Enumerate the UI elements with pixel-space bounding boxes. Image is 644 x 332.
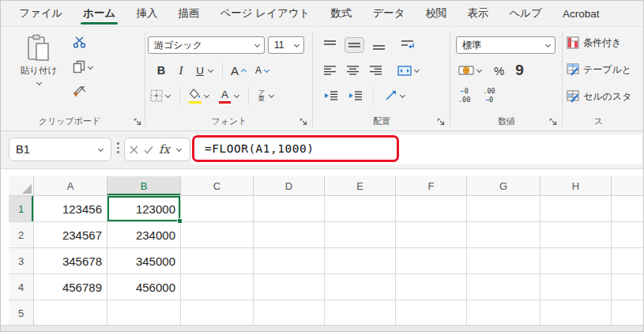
formula-input[interactable]: =FLOOR(A1,1000) [191,134,642,164]
row-header-2[interactable]: 2 [9,222,34,248]
fx-dropdown-icon[interactable] [175,146,183,153]
percent-style-button[interactable]: % [491,62,507,79]
font-color-button[interactable]: A [216,87,243,104]
fill-color-dropdown-icon[interactable] [203,92,210,100]
orientation-dropdown-icon[interactable] [399,92,406,100]
ribbon-tab-4[interactable]: ページ レイアウト [209,1,320,26]
ribbon-tab-9[interactable]: ヘルプ [499,1,552,26]
cell-B4[interactable]: 456000 [107,274,181,300]
cell-D4[interactable] [254,274,325,300]
merge-dropdown-icon[interactable] [413,67,420,74]
chevron-down-icon[interactable] [544,42,552,49]
name-box[interactable]: B1 [9,138,111,161]
cell-H4[interactable] [540,274,612,300]
insert-function-button[interactable]: fx [159,142,170,157]
cancel-icon[interactable] [130,145,138,154]
cell-D5[interactable] [254,300,325,326]
column-header-E[interactable]: E [325,176,396,196]
cell-C3[interactable] [181,248,254,274]
cell-A2[interactable]: 234567 [34,222,107,248]
phonetic-dropdown-icon[interactable] [268,92,275,100]
alignment-dialog-launcher-icon[interactable] [437,118,446,126]
cell-H3[interactable] [540,248,612,274]
phonetic-guide-button[interactable]: ア 亜 [254,89,277,103]
cell-C5[interactable] [181,300,254,326]
cell-D1[interactable] [254,196,325,222]
cell-I3[interactable] [612,248,644,274]
cell-E5[interactable] [325,300,396,326]
ribbon-tab-0[interactable]: ファイル [9,1,73,26]
conditional-formatting-button[interactable]: 条件付き [567,33,621,52]
cell-G2[interactable] [467,222,540,248]
formula-bar-drag-handle[interactable] [117,142,119,153]
row-header-4[interactable]: 4 [9,274,34,300]
ribbon-tab-3[interactable]: 描画 [168,1,209,26]
row-header-5[interactable]: 5 [9,300,34,326]
font-name-select[interactable]: 游ゴシック [148,36,265,54]
increase-decimal-button[interactable]: ←0 .00 [456,86,473,105]
cell-I1[interactable] [612,196,644,222]
chevron-down-icon[interactable] [254,42,261,49]
format-painter-button[interactable] [70,84,89,100]
row-header-1[interactable]: 1 [9,196,34,222]
cell-E4[interactable] [325,274,396,300]
comma-style-button[interactable]: 9 [513,65,526,76]
cell-B2[interactable]: 234000 [107,222,181,248]
accounting-format-button[interactable] [456,63,485,77]
column-header-C[interactable]: C [181,176,254,196]
italic-button[interactable]: I [173,62,189,79]
align-right-button[interactable] [367,64,384,77]
decrease-font-size-button[interactable]: A [253,63,273,77]
column-header-H[interactable]: H [540,176,612,196]
cell-G3[interactable] [467,248,540,274]
cell-H5[interactable] [540,300,612,326]
underline-button[interactable]: U [192,63,217,78]
accounting-dropdown-icon[interactable] [476,67,483,74]
cell-B5[interactable] [107,300,181,326]
cell-D3[interactable] [254,248,325,274]
cell-I4[interactable] [612,274,644,300]
bold-button[interactable]: B [153,62,170,78]
chevron-down-icon[interactable] [293,42,300,49]
orientation-button[interactable] [382,89,409,103]
paste-dropdown-icon[interactable] [36,79,43,86]
column-header-A[interactable]: A [34,176,107,196]
fill-color-button[interactable] [186,87,213,104]
increase-font-size-button[interactable]: A [228,62,250,79]
ribbon-tab-6[interactable]: データ [362,1,415,26]
cell-I5[interactable] [612,300,644,326]
cell-A1[interactable]: 123456 [34,196,107,222]
cell-C2[interactable] [181,222,254,248]
cell-F5[interactable] [396,300,467,326]
fill-handle[interactable] [177,218,183,224]
align-bottom-button[interactable] [371,39,387,51]
cell-A4[interactable]: 456789 [34,274,107,300]
ribbon-tab-10[interactable]: Acrobat [552,1,610,26]
decrease-decimal-button[interactable]: .00 →0 [480,86,497,105]
ribbon-tab-7[interactable]: 校閲 [416,1,458,26]
column-header-B[interactable]: B [107,176,181,196]
ribbon-tab-2[interactable]: 挿入 [126,1,168,26]
cell-A3[interactable]: 345678 [34,248,107,274]
borders-dropdown-icon[interactable] [164,92,171,100]
cell-F2[interactable] [396,222,467,248]
cell-H2[interactable] [540,222,612,248]
cell-A5[interactable] [34,300,107,326]
align-middle-button[interactable] [345,37,364,53]
increase-indent-button[interactable] [346,89,364,102]
cell-B3[interactable]: 345000 [107,248,181,274]
cell-D2[interactable] [254,222,325,248]
number-format-select[interactable]: 標準 [456,36,555,54]
name-box-dropdown-icon[interactable] [97,146,104,153]
font-color-dropdown-icon[interactable] [233,92,240,100]
select-all-corner[interactable] [9,176,34,196]
format-as-table-button[interactable]: テーブルと [567,60,631,79]
column-header-cutoff[interactable] [612,176,644,196]
cell-G1[interactable] [467,196,540,222]
underline-dropdown-icon[interactable] [207,67,214,74]
row-header-3[interactable]: 3 [9,248,34,274]
cell-F4[interactable] [396,274,467,300]
cell-B1[interactable]: 123000 [107,196,181,222]
ribbon-tab-5[interactable]: 数式 [320,1,362,26]
wrap-text-button[interactable] [398,38,416,52]
